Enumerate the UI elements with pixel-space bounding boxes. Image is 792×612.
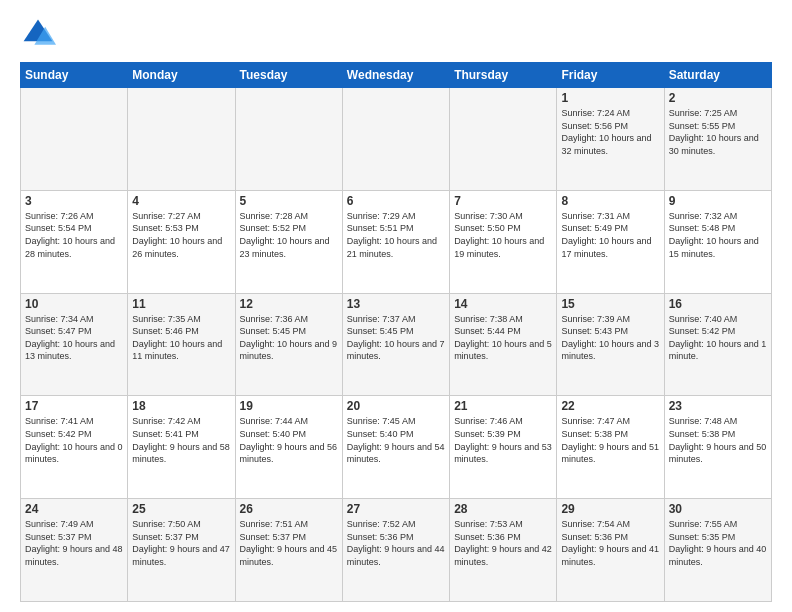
day-info: Sunrise: 7:38 AM Sunset: 5:44 PM Dayligh…: [454, 313, 552, 363]
calendar-cell: 10Sunrise: 7:34 AM Sunset: 5:47 PM Dayli…: [21, 293, 128, 396]
calendar-cell: 2Sunrise: 7:25 AM Sunset: 5:55 PM Daylig…: [664, 88, 771, 191]
day-info: Sunrise: 7:44 AM Sunset: 5:40 PM Dayligh…: [240, 415, 338, 465]
calendar-header-sunday: Sunday: [21, 63, 128, 88]
day-number: 4: [132, 194, 230, 208]
calendar-header-saturday: Saturday: [664, 63, 771, 88]
day-number: 20: [347, 399, 445, 413]
calendar-header-row: SundayMondayTuesdayWednesdayThursdayFrid…: [21, 63, 772, 88]
day-number: 14: [454, 297, 552, 311]
calendar-cell: 17Sunrise: 7:41 AM Sunset: 5:42 PM Dayli…: [21, 396, 128, 499]
calendar-table: SundayMondayTuesdayWednesdayThursdayFrid…: [20, 62, 772, 602]
calendar-cell: 14Sunrise: 7:38 AM Sunset: 5:44 PM Dayli…: [450, 293, 557, 396]
logo-icon: [20, 16, 56, 52]
calendar-cell: 24Sunrise: 7:49 AM Sunset: 5:37 PM Dayli…: [21, 499, 128, 602]
day-number: 18: [132, 399, 230, 413]
day-number: 8: [561, 194, 659, 208]
day-number: 5: [240, 194, 338, 208]
calendar-cell: 23Sunrise: 7:48 AM Sunset: 5:38 PM Dayli…: [664, 396, 771, 499]
day-number: 30: [669, 502, 767, 516]
calendar-cell: [21, 88, 128, 191]
header: [20, 16, 772, 52]
calendar-week-row: 17Sunrise: 7:41 AM Sunset: 5:42 PM Dayli…: [21, 396, 772, 499]
calendar-cell: 22Sunrise: 7:47 AM Sunset: 5:38 PM Dayli…: [557, 396, 664, 499]
day-info: Sunrise: 7:47 AM Sunset: 5:38 PM Dayligh…: [561, 415, 659, 465]
day-number: 15: [561, 297, 659, 311]
day-number: 22: [561, 399, 659, 413]
calendar-header-tuesday: Tuesday: [235, 63, 342, 88]
logo: [20, 16, 62, 52]
day-number: 24: [25, 502, 123, 516]
day-info: Sunrise: 7:42 AM Sunset: 5:41 PM Dayligh…: [132, 415, 230, 465]
calendar-header-friday: Friday: [557, 63, 664, 88]
calendar-cell: [342, 88, 449, 191]
page: SundayMondayTuesdayWednesdayThursdayFrid…: [0, 0, 792, 612]
calendar-header-wednesday: Wednesday: [342, 63, 449, 88]
day-info: Sunrise: 7:40 AM Sunset: 5:42 PM Dayligh…: [669, 313, 767, 363]
calendar-cell: 4Sunrise: 7:27 AM Sunset: 5:53 PM Daylig…: [128, 190, 235, 293]
calendar-cell: 30Sunrise: 7:55 AM Sunset: 5:35 PM Dayli…: [664, 499, 771, 602]
day-number: 13: [347, 297, 445, 311]
calendar-cell: 20Sunrise: 7:45 AM Sunset: 5:40 PM Dayli…: [342, 396, 449, 499]
day-number: 27: [347, 502, 445, 516]
calendar-cell: [128, 88, 235, 191]
day-number: 23: [669, 399, 767, 413]
day-info: Sunrise: 7:54 AM Sunset: 5:36 PM Dayligh…: [561, 518, 659, 568]
day-number: 28: [454, 502, 552, 516]
calendar-cell: 7Sunrise: 7:30 AM Sunset: 5:50 PM Daylig…: [450, 190, 557, 293]
day-info: Sunrise: 7:24 AM Sunset: 5:56 PM Dayligh…: [561, 107, 659, 157]
day-info: Sunrise: 7:27 AM Sunset: 5:53 PM Dayligh…: [132, 210, 230, 260]
day-number: 25: [132, 502, 230, 516]
day-info: Sunrise: 7:50 AM Sunset: 5:37 PM Dayligh…: [132, 518, 230, 568]
day-number: 21: [454, 399, 552, 413]
day-number: 19: [240, 399, 338, 413]
calendar-cell: 28Sunrise: 7:53 AM Sunset: 5:36 PM Dayli…: [450, 499, 557, 602]
day-number: 16: [669, 297, 767, 311]
day-number: 11: [132, 297, 230, 311]
day-number: 7: [454, 194, 552, 208]
day-info: Sunrise: 7:29 AM Sunset: 5:51 PM Dayligh…: [347, 210, 445, 260]
calendar-week-row: 3Sunrise: 7:26 AM Sunset: 5:54 PM Daylig…: [21, 190, 772, 293]
calendar-week-row: 10Sunrise: 7:34 AM Sunset: 5:47 PM Dayli…: [21, 293, 772, 396]
day-info: Sunrise: 7:32 AM Sunset: 5:48 PM Dayligh…: [669, 210, 767, 260]
calendar-cell: 13Sunrise: 7:37 AM Sunset: 5:45 PM Dayli…: [342, 293, 449, 396]
day-info: Sunrise: 7:41 AM Sunset: 5:42 PM Dayligh…: [25, 415, 123, 465]
day-info: Sunrise: 7:34 AM Sunset: 5:47 PM Dayligh…: [25, 313, 123, 363]
day-info: Sunrise: 7:51 AM Sunset: 5:37 PM Dayligh…: [240, 518, 338, 568]
day-info: Sunrise: 7:37 AM Sunset: 5:45 PM Dayligh…: [347, 313, 445, 363]
calendar-cell: 11Sunrise: 7:35 AM Sunset: 5:46 PM Dayli…: [128, 293, 235, 396]
calendar-cell: 12Sunrise: 7:36 AM Sunset: 5:45 PM Dayli…: [235, 293, 342, 396]
calendar-cell: 29Sunrise: 7:54 AM Sunset: 5:36 PM Dayli…: [557, 499, 664, 602]
day-info: Sunrise: 7:46 AM Sunset: 5:39 PM Dayligh…: [454, 415, 552, 465]
calendar-cell: [235, 88, 342, 191]
day-number: 2: [669, 91, 767, 105]
calendar-cell: 5Sunrise: 7:28 AM Sunset: 5:52 PM Daylig…: [235, 190, 342, 293]
day-number: 9: [669, 194, 767, 208]
day-number: 17: [25, 399, 123, 413]
day-number: 3: [25, 194, 123, 208]
calendar-cell: 18Sunrise: 7:42 AM Sunset: 5:41 PM Dayli…: [128, 396, 235, 499]
day-info: Sunrise: 7:52 AM Sunset: 5:36 PM Dayligh…: [347, 518, 445, 568]
calendar-cell: 19Sunrise: 7:44 AM Sunset: 5:40 PM Dayli…: [235, 396, 342, 499]
day-number: 26: [240, 502, 338, 516]
calendar-cell: 21Sunrise: 7:46 AM Sunset: 5:39 PM Dayli…: [450, 396, 557, 499]
calendar-cell: 8Sunrise: 7:31 AM Sunset: 5:49 PM Daylig…: [557, 190, 664, 293]
day-info: Sunrise: 7:28 AM Sunset: 5:52 PM Dayligh…: [240, 210, 338, 260]
day-info: Sunrise: 7:35 AM Sunset: 5:46 PM Dayligh…: [132, 313, 230, 363]
day-info: Sunrise: 7:36 AM Sunset: 5:45 PM Dayligh…: [240, 313, 338, 363]
day-info: Sunrise: 7:55 AM Sunset: 5:35 PM Dayligh…: [669, 518, 767, 568]
calendar-header-thursday: Thursday: [450, 63, 557, 88]
calendar-cell: 25Sunrise: 7:50 AM Sunset: 5:37 PM Dayli…: [128, 499, 235, 602]
calendar-cell: 1Sunrise: 7:24 AM Sunset: 5:56 PM Daylig…: [557, 88, 664, 191]
day-info: Sunrise: 7:53 AM Sunset: 5:36 PM Dayligh…: [454, 518, 552, 568]
calendar-cell: [450, 88, 557, 191]
day-number: 6: [347, 194, 445, 208]
day-number: 12: [240, 297, 338, 311]
day-number: 1: [561, 91, 659, 105]
day-info: Sunrise: 7:39 AM Sunset: 5:43 PM Dayligh…: [561, 313, 659, 363]
calendar-cell: 9Sunrise: 7:32 AM Sunset: 5:48 PM Daylig…: [664, 190, 771, 293]
calendar-cell: 15Sunrise: 7:39 AM Sunset: 5:43 PM Dayli…: [557, 293, 664, 396]
day-info: Sunrise: 7:30 AM Sunset: 5:50 PM Dayligh…: [454, 210, 552, 260]
calendar-week-row: 1Sunrise: 7:24 AM Sunset: 5:56 PM Daylig…: [21, 88, 772, 191]
day-info: Sunrise: 7:26 AM Sunset: 5:54 PM Dayligh…: [25, 210, 123, 260]
day-number: 29: [561, 502, 659, 516]
